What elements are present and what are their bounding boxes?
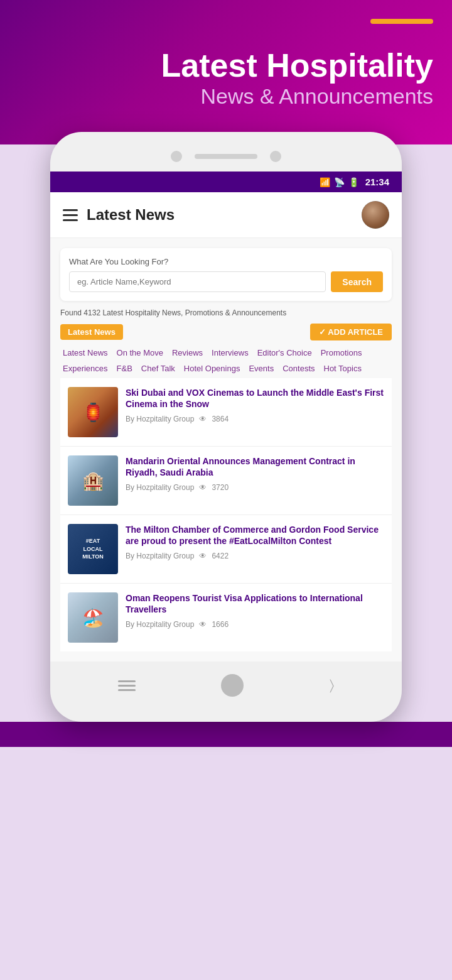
news-body: The Milton Chamber of Commerce and Gordo… — [126, 524, 384, 574]
news-title: Ski Dubai and VOX Cinemas to Launch the … — [126, 387, 384, 410]
phone-top-decoration — [50, 144, 402, 172]
phone-speaker — [195, 154, 257, 159]
cat-events[interactable]: Events — [246, 362, 276, 374]
category-tags-row2: Experiences F&B Chef Talk Hotel Openings… — [60, 362, 392, 374]
news-author: By Hozpitality Group — [126, 415, 194, 423]
news-author: By Hozpitality Group — [126, 552, 194, 560]
eye-icon: 👁 — [199, 483, 207, 492]
news-item[interactable]: The Milton Chamber of Commerce and Gordo… — [60, 515, 392, 584]
news-title: The Milton Chamber of Commerce and Gordo… — [126, 524, 384, 547]
search-input[interactable] — [69, 271, 326, 292]
news-item[interactable]: Ski Dubai and VOX Cinemas to Launch the … — [60, 378, 392, 447]
news-views: 3720 — [212, 483, 229, 492]
cat-chef-talk[interactable]: Chef Talk — [139, 362, 178, 374]
accent-bar — [370, 19, 433, 24]
found-text: Found 4132 Latest Hospitality News, Prom… — [60, 308, 392, 317]
battery-icon: 🔋 — [348, 177, 359, 187]
news-body: Ski Dubai and VOX Cinemas to Launch the … — [126, 387, 384, 437]
phone-wrapper: 📶 📡 🔋 21:34 Latest News What Are You Loo… — [0, 132, 452, 722]
news-body: Mandarin Oriental Announces Management C… — [126, 455, 384, 506]
eye-icon: 👁 — [199, 415, 207, 423]
search-label: What Are You Looking For? — [69, 257, 383, 266]
search-container: What Are You Looking For? Search — [60, 248, 392, 301]
news-title: Oman Reopens Tourist Visa Applications t… — [126, 592, 384, 615]
news-views: 6422 — [212, 552, 229, 560]
active-filter-badge[interactable]: Latest News — [60, 324, 123, 340]
news-views: 1666 — [212, 620, 229, 629]
news-thumb — [68, 387, 118, 437]
hamburger-menu-button[interactable] — [63, 209, 78, 221]
banner-title-line2: News & Announcements — [201, 84, 433, 109]
avatar-image — [362, 201, 389, 229]
news-author: By Hozpitality Group — [126, 483, 194, 492]
cat-contests[interactable]: Contests — [280, 362, 317, 374]
nav-line-3 — [118, 689, 136, 691]
banner-title-line1: Latest Hospitality — [161, 48, 433, 84]
app-header: Latest News — [50, 192, 402, 238]
cat-interviews[interactable]: Interviews — [209, 347, 251, 359]
news-list: Ski Dubai and VOX Cinemas to Launch the … — [60, 378, 392, 651]
news-thumb — [68, 524, 118, 574]
cat-latest-news[interactable]: Latest News — [60, 347, 110, 359]
cat-hot-topics[interactable]: Hot Topics — [321, 362, 364, 374]
search-row: Search — [69, 271, 383, 292]
news-thumb — [68, 455, 118, 506]
cat-hotel-openings[interactable]: Hotel Openings — [181, 362, 243, 374]
thumb-ski-dubai — [68, 387, 118, 437]
top-banner: Latest Hospitality News & Announcements — [0, 0, 452, 144]
news-item[interactable]: Oman Reopens Tourist Visa Applications t… — [60, 584, 392, 651]
avatar[interactable] — [362, 201, 389, 229]
phone-bottom-nav: 〉 — [50, 662, 402, 703]
phone-camera-right — [270, 151, 281, 162]
news-meta: By Hozpitality Group 👁 6422 — [126, 552, 384, 560]
app-content: What Are You Looking For? Search Found 4… — [50, 238, 402, 662]
wifi-icon: 📡 — [334, 177, 345, 187]
search-button[interactable]: Search — [331, 271, 383, 292]
nav-line-1 — [118, 680, 136, 682]
add-article-button[interactable]: ✓ ADD ARTICLE — [310, 324, 392, 340]
news-item[interactable]: Mandarin Oriental Announces Management C… — [60, 447, 392, 515]
hamburger-line-1 — [63, 209, 78, 211]
status-icons: 📶 📡 🔋 — [320, 177, 359, 187]
cat-promotions[interactable]: Promotions — [318, 347, 365, 359]
cat-editors-choice[interactable]: Editor's Choice — [255, 347, 315, 359]
thumb-milton — [68, 524, 118, 574]
news-thumb — [68, 592, 118, 643]
status-time: 21:34 — [365, 177, 389, 187]
hamburger-line-3 — [63, 219, 78, 221]
thumb-mandarin — [68, 455, 118, 506]
phone-camera — [171, 151, 182, 162]
news-meta: By Hozpitality Group 👁 3864 — [126, 415, 384, 423]
app-title: Latest News — [87, 206, 362, 224]
status-bar: 📶 📡 🔋 21:34 — [50, 172, 402, 192]
news-title: Mandarin Oriental Announces Management C… — [126, 455, 384, 478]
news-meta: By Hozpitality Group 👁 3720 — [126, 483, 384, 492]
category-tags-row1: Latest News On the Move Reviews Intervie… — [60, 347, 392, 359]
hamburger-line-2 — [63, 214, 78, 216]
news-author: By Hozpitality Group — [126, 620, 194, 629]
cat-fb[interactable]: F&B — [114, 362, 135, 374]
bottom-bar — [0, 722, 452, 747]
news-views: 3864 — [212, 415, 229, 423]
nav-line-2 — [118, 685, 136, 687]
thumb-oman — [68, 592, 118, 643]
news-meta: By Hozpitality Group 👁 1666 — [126, 620, 384, 629]
signal-icon: 📶 — [320, 177, 330, 187]
eye-icon: 👁 — [199, 552, 207, 560]
phone: 📶 📡 🔋 21:34 Latest News What Are You Loo… — [50, 132, 402, 722]
filter-action-row: Latest News ✓ ADD ARTICLE — [60, 324, 392, 340]
news-body: Oman Reopens Tourist Visa Applications t… — [126, 592, 384, 643]
cat-reviews[interactable]: Reviews — [170, 347, 205, 359]
nav-menu-icon[interactable] — [118, 680, 136, 691]
nav-back-arrow[interactable]: 〉 — [330, 677, 334, 694]
cat-on-the-move[interactable]: On the Move — [114, 347, 166, 359]
eye-icon: 👁 — [199, 620, 207, 629]
nav-home-button[interactable] — [221, 674, 244, 697]
cat-experiences[interactable]: Experiences — [60, 362, 110, 374]
